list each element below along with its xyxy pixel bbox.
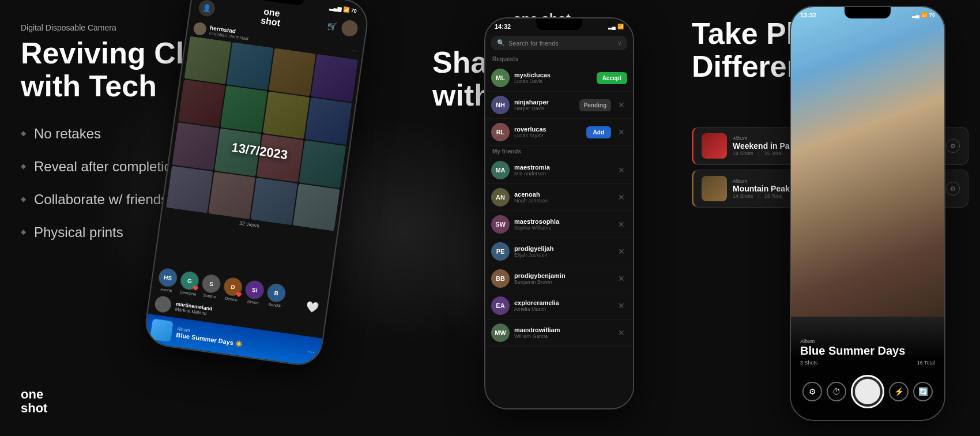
remove-friend-7[interactable]: ✕ — [616, 328, 627, 337]
avatar-circle: G ❤️ — [179, 270, 200, 291]
album-thumb-2 — [702, 176, 727, 201]
request-row-3: RL roverlucas Lucas Taylor Add ✕ — [485, 119, 633, 146]
avatar-circle: S — [201, 273, 221, 294]
cart-icon[interactable]: 🛒 — [327, 21, 338, 31]
friends-label: My friends — [485, 146, 633, 157]
add-button-3[interactable]: Add — [586, 126, 611, 138]
f-avatar-10: MW — [491, 324, 510, 342]
remove-friend-5[interactable]: ✕ — [616, 274, 627, 283]
avatar-sondre: S Sondre — [200, 273, 221, 299]
friend-avatar-3: RL — [491, 123, 510, 141]
phone2-status-icons: ▂▄ 📶 — [608, 24, 624, 29]
profile-icon[interactable]: 👤 — [198, 0, 216, 17]
diamond-icon: ◆ — [21, 162, 26, 170]
phone3-total: 16 Total — [917, 360, 935, 366]
avatar-icon[interactable] — [341, 19, 359, 37]
flip-ctrl[interactable]: 🔄 — [913, 382, 933, 401]
album-more-dots[interactable]: ··· — [307, 347, 315, 356]
phone1-logo: one shot — [260, 7, 282, 28]
remove-friend-2[interactable]: ✕ — [616, 193, 627, 202]
f-info-8: prodigybenjamin Benjamin Brown — [514, 272, 611, 285]
f-info-10: maestrowilliam William Garcia — [514, 326, 611, 339]
phone3-album-label: Album — [800, 339, 935, 344]
friend-realname-3: Lucas Taylor — [514, 133, 582, 138]
requests-label: Requests — [485, 54, 633, 65]
gear-icon-2[interactable]: ⚙ — [946, 182, 960, 196]
friend-row-4: PE prodigyelijah Elijah Jackson ✕ — [485, 238, 633, 265]
friend-username-3: roverlucas — [514, 126, 582, 133]
phone-2-container: 14:32 ▂▄ 📶 🔍 Search for friends ∨ Reques… — [484, 17, 634, 409]
photo-cell — [293, 183, 340, 231]
friend-realname-2: Harper Davis — [514, 106, 575, 111]
heart-icon[interactable]: 🤍 — [305, 300, 319, 314]
friend-row-6: EA exploreramelia Amelia Martin ✕ — [485, 292, 633, 320]
accept-button-1[interactable]: Accept — [597, 72, 627, 84]
gear-icon-1[interactable]: ⚙ — [946, 139, 960, 153]
album-thumbnail — [150, 318, 174, 342]
notch-2 — [536, 18, 582, 30]
f-info-9: exploreramelia Amelia Martin — [514, 299, 611, 312]
f-avatar-8: BB — [491, 269, 510, 288]
avatar-name: Sondre — [203, 293, 216, 299]
avatar-denice: D ❤️ Denice — [222, 276, 243, 302]
avatar-circle: D ❤️ — [223, 276, 243, 297]
phone-2-frame: 14:32 ▂▄ 📶 🔍 Search for friends ∨ Reques… — [484, 17, 634, 409]
avatar-bendik: B Bendik — [265, 283, 287, 309]
phone1-header-icons: 🛒 — [326, 17, 359, 37]
avatar-name: Bendik — [268, 302, 281, 308]
remove-friend-1[interactable]: ✕ — [616, 166, 627, 175]
diamond-icon: ◆ — [21, 228, 26, 236]
friend-info-2: ninjaharper Harper Davis — [514, 99, 575, 111]
shutter-button[interactable] — [851, 375, 884, 408]
dismiss-button-2[interactable]: ✕ — [616, 100, 627, 110]
bottom-logo: one shot — [21, 388, 47, 415]
f-info-7: prodigyelijah Elijah Jackson — [514, 245, 611, 258]
phone-2-screen: 14:32 ▂▄ 📶 🔍 Search for friends ∨ Reques… — [485, 18, 633, 408]
dismiss-button-3[interactable]: ✕ — [616, 127, 627, 137]
avatar-circle: HS — [157, 267, 178, 288]
settings-ctrl[interactable]: ⚙ — [802, 382, 822, 401]
phone3-status-icons: ▂▄ 📶 70 — [912, 12, 935, 18]
friend-avatar-1: ML — [491, 69, 510, 87]
phone3-shots-row: 3 Shots 16 Total — [800, 360, 935, 366]
chevron-down-icon: ∨ — [617, 40, 621, 46]
avatar-name: Henrik — [160, 287, 172, 293]
search-icon: 🔍 — [497, 39, 505, 47]
more-dots[interactable]: ··· — [350, 46, 357, 55]
photo-grid — [163, 36, 361, 232]
photo-cell — [269, 48, 316, 96]
search-bar[interactable]: 🔍 Search for friends ∨ — [491, 36, 627, 50]
pending-button-2[interactable]: Pending — [579, 99, 611, 111]
friend-username-1: mysticlucas — [514, 72, 592, 78]
avatar-henrik: HS Henrik — [157, 267, 178, 293]
avatar-circle: B — [266, 283, 287, 303]
photo-cell — [227, 42, 274, 90]
phone-3-container: 13:32 ▂▄ 📶 70 Album Blue Summer Days 3 S… — [790, 6, 945, 421]
friend-row-3: SW maestrosophia Sophia Williams ✕ — [485, 211, 633, 238]
phone2-time: 14:32 — [495, 23, 511, 30]
friend-info-1: mysticlucas Lucas Davis — [514, 72, 592, 84]
timer-ctrl[interactable]: ⏱ — [827, 382, 846, 401]
phone3-album-name: Blue Summer Days — [800, 344, 935, 358]
friend-avatar-2: NH — [491, 96, 510, 114]
request-row-2: NH ninjaharper Harper Davis Pending ✕ — [485, 92, 633, 119]
friend-username-2: ninjaharper — [514, 99, 575, 106]
friend-row-7: MW maestrowilliam William Garcia ✕ — [485, 320, 633, 347]
photo-cell — [263, 91, 310, 139]
bottom-user-avatar — [154, 295, 172, 314]
search-placeholder-text: Search for friends — [508, 40, 614, 47]
user-details: hermstad Christian Hermstad — [209, 24, 250, 41]
cliff-photo — [791, 7, 944, 317]
flash-ctrl[interactable]: ⚡ — [889, 382, 909, 401]
photo-cell — [178, 79, 225, 127]
phone-3-frame: 13:32 ▂▄ 📶 70 Album Blue Summer Days 3 S… — [790, 6, 945, 421]
notch-3 — [845, 7, 891, 18]
remove-friend-4[interactable]: ✕ — [616, 247, 627, 256]
avatar-name: Simon — [247, 299, 259, 305]
remove-friend-6[interactable]: ✕ — [616, 301, 627, 310]
avatar-simon: SI Simon — [243, 279, 265, 305]
phone3-bottom-bar: Album Blue Summer Days 3 Shots 16 Total … — [791, 316, 944, 420]
avatar-circle: SI — [244, 279, 265, 300]
f-avatar-5: AN — [491, 188, 510, 206]
remove-friend-3[interactable]: ✕ — [616, 220, 627, 229]
